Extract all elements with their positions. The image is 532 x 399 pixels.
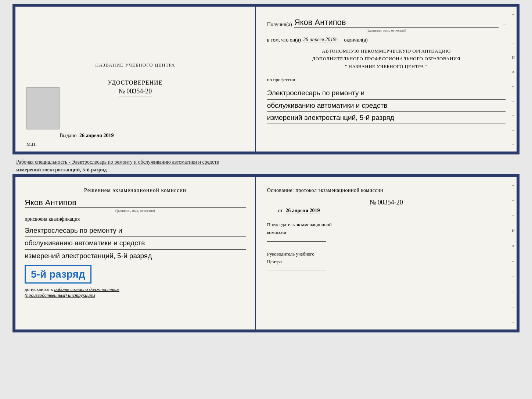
udost-label: УДОСТОВЕРЕНИЕ	[108, 79, 162, 86]
rukovoditel-label: Руководитель учебного	[267, 250, 506, 258]
middle-line2: измерений электростанций, 5-й разряд	[16, 167, 107, 172]
osnovanie-label: Основание: протокол экзаменационной коми…	[267, 188, 383, 193]
middle-line1: Рабочая специальность - Электрослесарь п…	[16, 159, 219, 165]
profession-line2: обслуживанию автоматики и средств	[267, 100, 506, 112]
recipient-line: Получил(а) Яков Антипов –	[267, 18, 506, 28]
predsedatel-label2: комиссии	[267, 229, 506, 236]
vydano-date: 26 апреля 2019	[79, 133, 114, 138]
predsedatel-signature	[267, 241, 326, 242]
diploma-top: НАЗВАНИЕ УЧЕБНОГО ЦЕНТРА УДОСТОВЕРЕНИЕ №…	[12, 4, 520, 154]
predsedatel-label: Председатель экзаменационной	[267, 221, 506, 229]
right-dashes: – – – И а ← – – – –	[510, 7, 517, 152]
vydano-line: Выдано 26 апреля 2019	[60, 133, 114, 139]
vydano-label: Выдано	[60, 133, 77, 138]
resheniem-label: Решением экзаменационной комиссии	[84, 187, 186, 193]
okonchil-label: окончил(а)	[344, 37, 368, 43]
dopuskaetsya-label: допускается к	[25, 286, 53, 292]
dopuskaetsya-value: работе согласно должностным	[54, 286, 119, 292]
vtom-line: в том, что он(а) 26 апреля 2019г. окончи…	[267, 37, 506, 43]
mp-line: М.П.	[26, 141, 36, 147]
udost-number: № 00354-20	[119, 88, 152, 96]
poluchil-label: Получил(а)	[267, 22, 292, 28]
recipient-name: Яков Антипов	[294, 18, 499, 28]
predsedatel-block: Председатель экзаменационной комиссии	[267, 221, 506, 244]
fio-hint-top: (фамилия, имя, отчество)	[267, 28, 506, 32]
dopuskaetsya-block: допускается к работе согласно должностны…	[25, 286, 246, 298]
rukovoditel-signature	[267, 271, 326, 271]
razryad-badge: 5-й разряд	[25, 265, 91, 284]
komissia-title: Решением экзаменационной комиссии	[25, 186, 246, 194]
profession-block: Электрослесарь по ремонту и обслуживанию…	[267, 87, 506, 124]
osnovanie-block: Основание: протокол экзаменационной коми…	[267, 186, 506, 194]
prisvoena-label: присвоена квалификация	[25, 216, 246, 222]
rukovoditel-block: Руководитель учебного Центра	[267, 250, 506, 273]
diploma-bottom-left: Решением экзаменационной комиссии Яков А…	[15, 177, 256, 329]
right-dashes-bottom: – – – И а ← – – – –	[510, 177, 517, 329]
qual-line1: Электрослесарь по ремонту и обслуживанию…	[25, 224, 246, 262]
protocol-number: № 00354-20	[267, 199, 506, 206]
ot-date-block: от 26 апреля 2019	[267, 208, 506, 214]
vtom-label: в том, что он(а)	[267, 37, 301, 43]
middle-label: Рабочая специальность - Электрослесарь п…	[12, 154, 520, 174]
diploma-bottom-right: Основание: протокол экзаменационной коми…	[256, 177, 517, 329]
diploma-top-right: Получил(а) Яков Антипов – (фамилия, имя,…	[256, 7, 517, 152]
po-professii: по профессии	[267, 77, 506, 83]
org-line3: " НАЗВАНИЕ УЧЕБНОГО ЦЕНТРА "	[267, 63, 506, 71]
profession-line3: измерений электростанций, 5-й разряд	[267, 112, 506, 124]
diploma-bottom: Решением экзаменационной комиссии Яков А…	[12, 174, 520, 332]
bottom-name: Яков Антипов	[25, 198, 246, 208]
org-line2: ДОПОЛНИТЕЛЬНОГО ПРОФЕССИОНАЛЬНОГО ОБРАЗО…	[267, 55, 506, 63]
diploma-top-left: НАЗВАНИЕ УЧЕБНОГО ЦЕНТРА УДОСТОВЕРЕНИЕ №…	[15, 7, 256, 152]
recipient-block: Получил(а) Яков Антипов – (фамилия, имя,…	[267, 14, 506, 32]
rukovoditel-label2: Центра	[267, 258, 506, 266]
org-block: АВТОНОМНУЮ НЕКОММЕРЧЕСКУЮ ОРГАНИЗАЦИЮ ДО…	[267, 47, 506, 70]
vtom-date: 26 апреля 2019г.	[303, 37, 339, 43]
org-line1: АВТОНОМНУЮ НЕКОММЕРЧЕСКУЮ ОРГАНИЗАЦИЮ	[267, 47, 506, 55]
center-title-top: НАЗВАНИЕ УЧЕБНОГО ЦЕНТРА	[95, 62, 175, 68]
ot-label: от	[278, 208, 283, 213]
qualification-block: Электрослесарь по ремонту и обслуживанию…	[25, 224, 246, 262]
bottom-name-block: Яков Антипов (фамилия, имя, отчество)	[25, 198, 246, 213]
photo-placeholder	[26, 87, 60, 129]
ot-date: 26 апреля 2019	[285, 208, 320, 214]
dopuskaetsya-value2: (производственным) инструкциям	[25, 292, 95, 298]
fio-hint-bottom: (фамилия, имя, отчество)	[25, 209, 246, 213]
udost-block: УДОСТОВЕРЕНИЕ № 00354-20	[108, 79, 162, 96]
profession-line1: Электрослесарь по ремонту и	[267, 87, 506, 99]
